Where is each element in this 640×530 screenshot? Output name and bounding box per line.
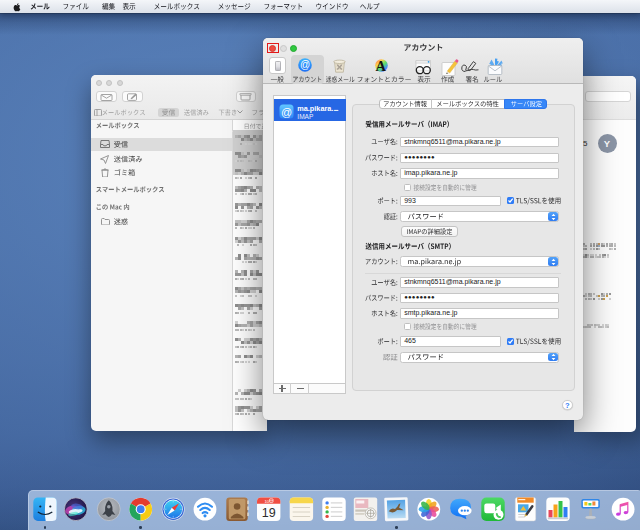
svg-text:10: 10 — [264, 499, 269, 504]
svg-text:19: 19 — [262, 506, 276, 520]
